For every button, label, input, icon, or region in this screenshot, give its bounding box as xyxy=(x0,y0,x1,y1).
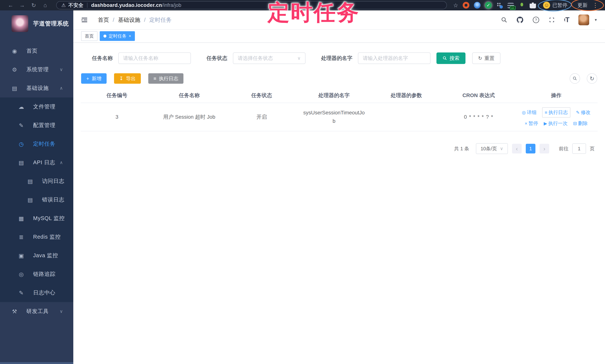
sidebar-item-redis-monitor[interactable]: ≣ Redis 监控 xyxy=(0,228,73,246)
trash-icon: ⊟ xyxy=(573,121,577,126)
url-divider xyxy=(87,3,87,8)
sidebar-item-label: 错误日志 xyxy=(42,196,64,204)
page-size-select[interactable]: 10条/页 ∨ xyxy=(476,143,508,154)
forward-icon[interactable]: → xyxy=(16,2,28,8)
edit-link[interactable]: ✎ 修改 xyxy=(576,109,591,116)
tab-home[interactable]: 首页 xyxy=(81,31,97,41)
col-header-job-status: 任务状态 xyxy=(225,92,298,99)
sidebar-item-dev-tools[interactable]: ⚒ 研发工具 ∨ xyxy=(0,302,73,321)
github-icon[interactable] xyxy=(516,16,524,24)
font-size-icon[interactable]: tT xyxy=(564,16,569,24)
security-warning-label: 不安全 xyxy=(68,2,83,9)
sidebar-item-scheduled-jobs[interactable]: ◷ 定时任务 xyxy=(0,135,73,153)
sidebar-item-tracing[interactable]: ◎ 链路追踪 xyxy=(0,265,73,284)
run-once-link[interactable]: ▶ 执行一次 xyxy=(544,120,567,127)
extensions-puzzle-icon[interactable] xyxy=(530,2,536,8)
sidebar-item-home[interactable]: ◉ 首页 xyxy=(0,42,73,60)
browser-profile-chip[interactable]: ☺ 已暂停 xyxy=(540,1,570,10)
sidebar-item-log-center[interactable]: ✎ 日志中心 xyxy=(0,284,73,302)
extension-icon-orange[interactable] xyxy=(463,2,469,9)
browser-menu-icon[interactable]: ⋮ xyxy=(592,2,598,9)
main-area: 首页 / 基础设施 / 定时任务 ? t xyxy=(73,10,605,364)
export-button-label: 导出 xyxy=(126,75,136,82)
col-header-job-id: 任务编号 xyxy=(81,92,153,99)
page-content: 任务名称 任务状态 请选择任务状态 ∨ 处理器的名字 搜索 ↻ 重置 xyxy=(73,43,605,364)
extension-icon-blue[interactable] xyxy=(474,2,481,9)
extension-icon-green-check[interactable] xyxy=(485,2,492,9)
navbar-actions: ? tT ▾ xyxy=(501,14,605,25)
layers-icon: ≣ xyxy=(17,234,25,240)
delete-link[interactable]: ⊟ 删除 xyxy=(573,120,588,127)
job-status-placeholder: 请选择任务状态 xyxy=(238,55,273,62)
sidebar-item-label: 系统管理 xyxy=(26,66,49,73)
chevron-down-icon: ∨ xyxy=(297,56,301,61)
prev-page-button[interactable]: ‹ xyxy=(512,144,522,154)
execution-log-button[interactable]: ≡ 执行日志 xyxy=(148,73,184,84)
goto-page-input[interactable] xyxy=(572,143,586,154)
search-icon[interactable] xyxy=(501,16,508,23)
plus-icon: + xyxy=(86,76,89,81)
user-avatar[interactable] xyxy=(579,14,589,25)
sidebar-item-error-logs[interactable]: ▤ 错误日志 xyxy=(0,191,73,209)
help-icon[interactable]: ? xyxy=(532,16,539,24)
sidebar-item-infrastructure[interactable]: ▤ 基础设施 ∧ xyxy=(0,79,73,97)
breadcrumb-section[interactable]: 基础设施 xyxy=(118,16,140,24)
sidebar-item-api-logs[interactable]: ▤ API 日志 ∧ xyxy=(0,153,73,172)
sidebar-item-label: Java 监控 xyxy=(33,252,58,259)
sidebar-item-access-logs[interactable]: ▤ 访问日志 xyxy=(0,172,73,191)
extension-icon-list[interactable]: on xyxy=(507,3,514,8)
tab-label: 定时任务 xyxy=(109,33,127,39)
pause-link[interactable]: × 暂停 xyxy=(525,120,538,127)
export-button[interactable]: ↧ 导出 xyxy=(114,73,141,84)
col-header-handler-name: 处理器的名字 xyxy=(298,92,370,99)
sidebar-item-mysql-monitor[interactable]: ▦ MySQL 监控 xyxy=(0,209,73,228)
sidebar-toggle-icon[interactable] xyxy=(81,16,88,24)
address-bar[interactable]: ⚠ 不安全 dashboard.yudao.iocoder.cn /infra/… xyxy=(56,1,447,9)
refresh-icon: ↻ xyxy=(478,56,482,61)
page-number-1[interactable]: 1 xyxy=(526,144,535,154)
sidebar-item-java-monitor[interactable]: ▣ Java 监控 xyxy=(0,246,73,265)
add-button[interactable]: + 新增 xyxy=(81,73,107,84)
reload-icon[interactable]: ↻ xyxy=(28,2,39,9)
home-icon[interactable]: ⌂ xyxy=(39,2,51,8)
monitor-icon: ▣ xyxy=(17,252,25,259)
app-title: 芋道管理系统 xyxy=(33,20,69,27)
fullscreen-icon[interactable] xyxy=(548,16,555,23)
job-status-select[interactable]: 请选择任务状态 ∨ xyxy=(233,52,305,64)
handler-name-input[interactable] xyxy=(358,52,431,64)
tab-scheduled-jobs[interactable]: 定时任务 × xyxy=(100,31,135,41)
chevron-up-icon: ∧ xyxy=(60,86,63,91)
next-page-button[interactable]: › xyxy=(539,144,549,154)
refresh-button[interactable]: ↻ xyxy=(587,73,597,84)
caret-down-icon[interactable]: ▾ xyxy=(595,17,597,22)
job-name-input[interactable] xyxy=(118,52,191,64)
cell-actions: ◎ 详细 ≡ 执行日志 ✎ 修改 xyxy=(515,107,597,127)
sidebar-item-config-management[interactable]: ✎ 配置管理 xyxy=(0,116,73,135)
sidebar-item-label: 定时任务 xyxy=(33,140,55,148)
cell-cron: 0 * * * * ? * xyxy=(443,114,515,120)
goto-label: 前往 xyxy=(559,145,568,152)
sidebar-item-file-management[interactable]: ☁ 文件管理 xyxy=(0,97,73,116)
search-toggle-button[interactable] xyxy=(570,73,580,84)
breadcrumb-home[interactable]: 首页 xyxy=(98,16,109,24)
back-icon[interactable]: ← xyxy=(5,2,16,8)
close-icon: × xyxy=(525,121,527,126)
sidebar-item-system[interactable]: ⚙ 系统管理 ∨ xyxy=(0,60,73,79)
annotation-orange-ellipse xyxy=(571,0,604,12)
bookmark-star-icon[interactable]: ☆ xyxy=(453,2,458,9)
update-button[interactable]: 更新 xyxy=(578,2,588,9)
close-icon[interactable]: × xyxy=(129,34,131,39)
infrastructure-icon: ▤ xyxy=(10,85,19,91)
detail-link[interactable]: ◎ 详细 xyxy=(522,109,537,116)
tags-view-bar: 首页 定时任务 × xyxy=(73,30,605,43)
page-size-value: 10条/页 xyxy=(481,145,497,152)
row-execution-log-link[interactable]: ≡ 执行日志 xyxy=(542,107,570,117)
search-button[interactable]: 搜索 xyxy=(436,52,465,64)
table-tools: ↻ xyxy=(570,73,597,84)
reset-button[interactable]: ↻ 重置 xyxy=(472,52,500,64)
security-warning-icon: ⚠ xyxy=(61,2,66,8)
extension-icon-leaf[interactable] xyxy=(518,2,525,9)
document-icon: ▤ xyxy=(26,178,34,184)
sidebar-logo-row[interactable]: 芋道管理系统 xyxy=(0,10,73,32)
extension-icon-grid[interactable] xyxy=(496,2,503,9)
